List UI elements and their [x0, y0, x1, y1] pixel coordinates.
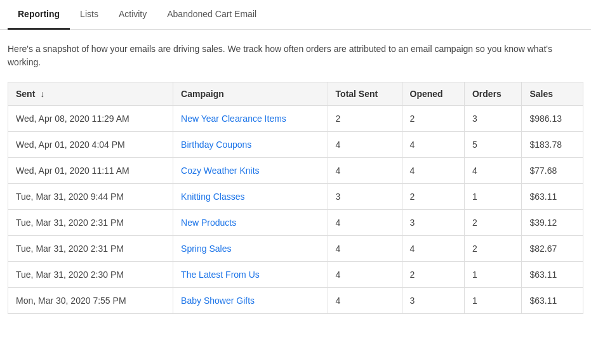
cell-sales: $183.78 [522, 132, 583, 158]
cell-sent: Wed, Apr 01, 2020 11:11 AM [8, 158, 173, 184]
main-content: Here's a snapshot of how your emails are… [0, 30, 591, 327]
cell-campaign[interactable]: The Latest From Us [173, 262, 328, 288]
cell-sales: $82.67 [522, 236, 583, 262]
cell-opened: 4 [402, 132, 464, 158]
cell-opened: 4 [402, 158, 464, 184]
cell-orders: 2 [464, 210, 522, 236]
cell-opened: 2 [402, 262, 464, 288]
cell-orders: 1 [464, 262, 522, 288]
cell-sent: Tue, Mar 31, 2020 2:30 PM [8, 262, 173, 288]
cell-campaign[interactable]: New Products [173, 210, 328, 236]
sort-icon: ↓ [40, 89, 44, 99]
cell-orders: 3 [464, 106, 522, 132]
tab-activity[interactable]: Activity [109, 0, 157, 30]
cell-sent: Mon, Mar 30, 2020 7:55 PM [8, 288, 173, 314]
cell-opened: 3 [402, 210, 464, 236]
col-sales: Sales [522, 82, 583, 106]
cell-opened: 4 [402, 236, 464, 262]
cell-sales: $39.12 [522, 210, 583, 236]
table-row: Tue, Mar 31, 2020 2:30 PMThe Latest From… [8, 262, 583, 288]
table-row: Tue, Mar 31, 2020 9:44 PMKnitting Classe… [8, 184, 583, 210]
cell-opened: 2 [402, 184, 464, 210]
table-header-row: Sent ↓ Campaign Total Sent Opened Orders… [8, 82, 583, 106]
col-campaign: Campaign [173, 82, 328, 106]
cell-total-sent: 4 [328, 158, 402, 184]
table-row: Mon, Mar 30, 2020 7:55 PMBaby Shower Gif… [8, 288, 583, 314]
cell-total-sent: 4 [328, 132, 402, 158]
col-sent[interactable]: Sent ↓ [8, 82, 173, 106]
cell-opened: 3 [402, 288, 464, 314]
table-row: Wed, Apr 01, 2020 4:04 PMBirthday Coupon… [8, 132, 583, 158]
cell-orders: 5 [464, 132, 522, 158]
tab-lists[interactable]: Lists [70, 0, 109, 30]
cell-campaign[interactable]: Birthday Coupons [173, 132, 328, 158]
cell-total-sent: 4 [328, 262, 402, 288]
tab-abandoned-cart-email[interactable]: Abandoned Cart Email [157, 0, 267, 30]
cell-campaign[interactable]: Spring Sales [173, 236, 328, 262]
col-orders: Orders [464, 82, 522, 106]
cell-total-sent: 3 [328, 184, 402, 210]
cell-sales: $77.68 [522, 158, 583, 184]
cell-campaign[interactable]: Baby Shower Gifts [173, 288, 328, 314]
cell-total-sent: 4 [328, 236, 402, 262]
cell-sales: $63.11 [522, 262, 583, 288]
cell-orders: 2 [464, 236, 522, 262]
cell-sales: $63.11 [522, 288, 583, 314]
cell-total-sent: 4 [328, 210, 402, 236]
table-row: Tue, Mar 31, 2020 2:31 PMSpring Sales442… [8, 236, 583, 262]
cell-campaign[interactable]: New Year Clearance Items [173, 106, 328, 132]
cell-campaign[interactable]: Cozy Weather Knits [173, 158, 328, 184]
cell-sent: Wed, Apr 01, 2020 4:04 PM [8, 132, 173, 158]
cell-total-sent: 2 [328, 106, 402, 132]
cell-orders: 1 [464, 288, 522, 314]
cell-sent: Tue, Mar 31, 2020 2:31 PM [8, 210, 173, 236]
tab-reporting[interactable]: Reporting [8, 0, 70, 30]
cell-sent: Wed, Apr 08, 2020 11:29 AM [8, 106, 173, 132]
navigation-tabs: Reporting Lists Activity Abandoned Cart … [0, 0, 591, 30]
reporting-table: Sent ↓ Campaign Total Sent Opened Orders… [8, 82, 583, 314]
col-opened: Opened [402, 82, 464, 106]
col-total-sent: Total Sent [328, 82, 402, 106]
cell-orders: 1 [464, 184, 522, 210]
cell-sales: $986.13 [522, 106, 583, 132]
cell-campaign[interactable]: Knitting Classes [173, 184, 328, 210]
description-text: Here's a snapshot of how your emails are… [8, 42, 583, 69]
cell-sent: Tue, Mar 31, 2020 2:31 PM [8, 236, 173, 262]
cell-orders: 4 [464, 158, 522, 184]
table-row: Tue, Mar 31, 2020 2:31 PMNew Products432… [8, 210, 583, 236]
cell-total-sent: 4 [328, 288, 402, 314]
cell-sent: Tue, Mar 31, 2020 9:44 PM [8, 184, 173, 210]
table-row: Wed, Apr 01, 2020 11:11 AMCozy Weather K… [8, 158, 583, 184]
cell-opened: 2 [402, 106, 464, 132]
table-row: Wed, Apr 08, 2020 11:29 AMNew Year Clear… [8, 106, 583, 132]
cell-sales: $63.11 [522, 184, 583, 210]
